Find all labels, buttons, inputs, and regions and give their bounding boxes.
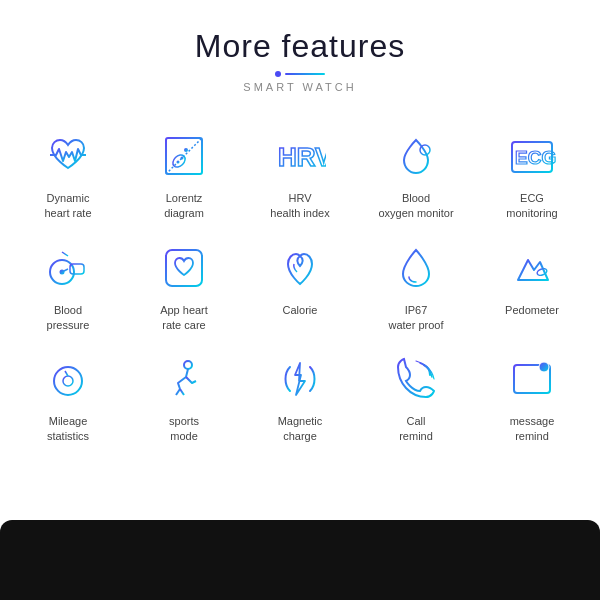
feature-ip67-waterproof: IP67water proof: [358, 231, 474, 339]
svg-point-18: [54, 367, 82, 395]
feature-label: Dynamicheart rate: [44, 191, 91, 221]
feature-message-remind: messageremind: [474, 342, 590, 450]
call-remind-icon: [387, 350, 445, 408]
feature-label: Lorentzdiagram: [164, 191, 204, 221]
sports-mode-icon: [155, 350, 213, 408]
feature-label: Magneticcharge: [278, 414, 323, 444]
svg-rect-16: [166, 250, 202, 286]
ecg-icon: ECG: [503, 127, 561, 185]
page: More features SMART WATCH Dynamicheart r…: [0, 0, 600, 600]
feature-blood-pressure: Bloodpressure: [10, 231, 126, 339]
feature-mileage-statistics: Mileagestatistics: [10, 342, 126, 450]
svg-point-4: [181, 157, 184, 160]
blood-pressure-icon: [39, 239, 97, 297]
svg-point-5: [177, 161, 180, 164]
page-subtitle: SMART WATCH: [195, 81, 405, 93]
pedometer-icon: [503, 239, 561, 297]
feature-label: Callremind: [399, 414, 433, 444]
feature-label: ECGmonitoring: [506, 191, 557, 221]
feature-label: Calorie: [283, 303, 318, 318]
feature-label: sportsmode: [169, 414, 199, 444]
svg-point-25: [539, 362, 549, 372]
feature-blood-oxygen: Bloodoxygen monitor: [358, 119, 474, 227]
svg-text:HRV: HRV: [278, 142, 326, 172]
bottom-bar: [0, 520, 600, 600]
feature-app-heart-care: App heartrate care: [126, 231, 242, 339]
lorentz-diagram-icon: [155, 127, 213, 185]
hrv-icon: HRV: [271, 127, 329, 185]
feature-label: Bloodoxygen monitor: [378, 191, 453, 221]
svg-point-21: [184, 361, 192, 369]
page-title: More features: [195, 28, 405, 65]
app-heart-care-icon: [155, 239, 213, 297]
feature-label: HRVhealth index: [270, 191, 329, 221]
feature-label: Pedometer: [505, 303, 559, 318]
waterproof-icon: [387, 239, 445, 297]
svg-point-3: [184, 148, 188, 152]
svg-point-19: [63, 376, 73, 386]
message-remind-icon: [503, 350, 561, 408]
feature-hrv-health-index: HRV HRVhealth index: [242, 119, 358, 227]
feature-sports-mode: sportsmode: [126, 342, 242, 450]
feature-lorentz-diagram: Lorentzdiagram: [126, 119, 242, 227]
feature-magnetic-charge: Magneticcharge: [242, 342, 358, 450]
feature-dynamic-heart-rate: Dynamicheart rate: [10, 119, 126, 227]
svg-line-20: [65, 371, 68, 376]
header: More features SMART WATCH: [195, 28, 405, 103]
feature-label: IP67water proof: [388, 303, 443, 333]
dynamic-heart-rate-icon: [39, 127, 97, 185]
calorie-icon: [271, 239, 329, 297]
feature-label: Bloodpressure: [47, 303, 90, 333]
svg-point-15: [60, 269, 65, 274]
mileage-icon: [39, 350, 97, 408]
feature-label: Mileagestatistics: [47, 414, 89, 444]
feature-label: App heartrate care: [160, 303, 208, 333]
feature-ecg-monitoring: ECG ECGmonitoring: [474, 119, 590, 227]
feature-pedometer: Pedometer: [474, 231, 590, 339]
feature-calorie: Calorie: [242, 231, 358, 339]
feature-call-remind: Callremind: [358, 342, 474, 450]
magnetic-charge-icon: [271, 350, 329, 408]
blood-oxygen-icon: [387, 127, 445, 185]
features-grid: Dynamicheart rate Lorentzdiagram HRV: [10, 119, 590, 450]
feature-label: messageremind: [510, 414, 555, 444]
svg-text:ECG: ECG: [515, 147, 556, 168]
title-divider: [195, 71, 405, 77]
